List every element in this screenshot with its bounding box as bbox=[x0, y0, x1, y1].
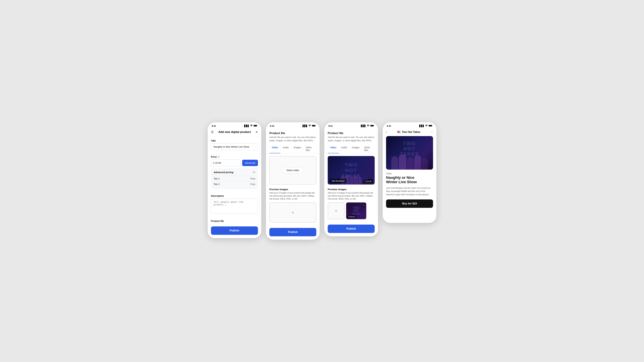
image-upload-area-2[interactable]: + bbox=[269, 202, 316, 223]
signal-icon: ▋▋▋ bbox=[244, 125, 249, 127]
battery-icon-2 bbox=[312, 125, 316, 127]
tab-other-2[interactable]: Other files bbox=[304, 144, 316, 153]
svg-rect-10 bbox=[432, 125, 432, 126]
title-input[interactable] bbox=[211, 143, 258, 150]
product-file-title-2: Product file bbox=[266, 129, 320, 136]
tabs-row-2: Video Audio Images Other files bbox=[266, 144, 320, 153]
preview-images-title-3: Preview images bbox=[324, 187, 378, 191]
publish-button-3[interactable]: Publish bbox=[328, 225, 375, 233]
tier-1-price: Free bbox=[250, 177, 255, 180]
tab-other-3[interactable]: Other files bbox=[362, 144, 375, 153]
screen-product-preview: 9:41 ▋▋▋ ‹ 🇺🇸 Two Hot Takes ··· bbox=[383, 122, 436, 223]
status-bar-1: 9:41 ▋▋▋ bbox=[208, 122, 261, 129]
back-icon[interactable]: ‹ bbox=[386, 130, 387, 134]
time-4: 9:41 bbox=[387, 125, 391, 127]
publish-button-2[interactable]: Publish bbox=[269, 228, 316, 236]
tier-1-name: Tier 1 bbox=[214, 177, 220, 180]
duration-badge: 1:33:23 bbox=[364, 180, 373, 183]
person-3 bbox=[407, 157, 414, 170]
product-file-title-3: Product file bbox=[324, 129, 378, 136]
preview-images-title-2: Preview images bbox=[266, 187, 320, 191]
person-1 bbox=[392, 156, 398, 170]
hero-tht-text: TWO HOT TAKES bbox=[386, 141, 433, 157]
tab-video-2[interactable]: Video bbox=[269, 144, 280, 153]
product-type-label: Video bbox=[383, 172, 436, 175]
publish-button-1[interactable]: Publish bbox=[211, 226, 258, 235]
tabs-row-3: Video Audio Images Other files bbox=[324, 144, 378, 153]
more-icon[interactable]: ··· bbox=[430, 130, 433, 134]
svg-rect-5 bbox=[312, 125, 315, 126]
time-2: 9:41 bbox=[270, 125, 274, 127]
preview-add-area[interactable]: + bbox=[328, 202, 344, 219]
status-icons-2: ▋▋▋ bbox=[302, 125, 316, 127]
tab-video-3[interactable]: Video bbox=[328, 144, 339, 153]
tab-images-3[interactable]: Images bbox=[350, 144, 362, 153]
signal-icon-2: ▋▋▋ bbox=[302, 125, 308, 127]
tier-row-1: Tier 1 Free bbox=[214, 176, 255, 181]
screen1-header: ☰ Add new digital product ✕ bbox=[208, 129, 261, 136]
channel-name-text: Two Hot Takes bbox=[402, 131, 420, 134]
person-2 bbox=[399, 155, 406, 170]
status-icons-1: ▋▋▋ bbox=[244, 125, 257, 127]
price-info-icon: i bbox=[218, 156, 220, 158]
thumb-delete-btn[interactable]: ✕ bbox=[362, 203, 365, 207]
price-input-wrap: $ bbox=[211, 160, 241, 166]
time-1: 9:41 bbox=[212, 125, 216, 127]
edit-thumbnail-btn[interactable]: Edit thumbnail bbox=[330, 179, 346, 183]
price-row: $ Advanced bbox=[211, 160, 258, 166]
add-product-title: Add new digital product bbox=[218, 130, 251, 134]
product-desc: Join host Morgan and her team of co-host… bbox=[383, 186, 436, 200]
preview-images-desc-2: Add up to 5 images of your product that … bbox=[266, 191, 320, 202]
tier-2-price: Free bbox=[250, 183, 255, 186]
svg-rect-1 bbox=[257, 125, 257, 126]
select-video-btn[interactable]: Select video bbox=[282, 167, 303, 173]
tab-audio-3[interactable]: Audio bbox=[339, 144, 350, 153]
description-section: Description bbox=[208, 192, 261, 214]
close-icon[interactable]: ✕ bbox=[256, 130, 258, 134]
svg-rect-2 bbox=[254, 125, 256, 126]
advanced-pricing-header: Advanced pricing ✏ bbox=[214, 171, 255, 174]
status-bar-4: 9:41 ▋▋▋ bbox=[383, 122, 436, 129]
edit-icon[interactable]: ✏ bbox=[253, 171, 255, 174]
advanced-pricing-card: Advanced pricing ✏ Tier 1 Free Tier 2 Fr… bbox=[211, 168, 258, 189]
product-title-large: Naughty or NiceWinter Live Show bbox=[383, 175, 436, 186]
video-thumbnail-area: TWO HOT TAKES Edit thumbnail bbox=[328, 156, 375, 185]
product-file-section: Product file bbox=[208, 217, 261, 222]
wifi-icon-4 bbox=[425, 125, 428, 127]
svg-rect-4 bbox=[315, 125, 316, 126]
screen4-header: ‹ 🇺🇸 Two Hot Takes ··· bbox=[383, 129, 436, 136]
signal-icon-4: ▋▋▋ bbox=[419, 125, 424, 127]
battery-icon-4 bbox=[429, 125, 432, 127]
video-upload-area[interactable]: Select video bbox=[269, 156, 316, 185]
title-section: Title bbox=[208, 136, 261, 150]
screen-add-product: 9:41 ▋▋▋ ☰ Add new digital product ✕ Tit… bbox=[208, 122, 261, 238]
channel-name-header: 🇺🇸 Two Hot Takes bbox=[397, 130, 420, 134]
buy-button[interactable]: Buy for $10 bbox=[386, 199, 433, 208]
person-5 bbox=[422, 158, 428, 170]
screen1-content: Title Price i $ Advanced Advan bbox=[208, 136, 261, 238]
wifi-icon-2 bbox=[308, 125, 311, 127]
screen-product-file-filled: 9:41 ▋▋▋ Product file Add the file you w… bbox=[324, 122, 378, 236]
people-group bbox=[392, 155, 428, 170]
description-input[interactable] bbox=[211, 199, 258, 214]
signal-icon-3: ▋▋▋ bbox=[361, 125, 366, 127]
featured-badge: Featured bbox=[347, 215, 356, 218]
advanced-button[interactable]: Advanced bbox=[242, 160, 258, 166]
description-label: Description bbox=[211, 195, 258, 197]
screen-product-file-empty: 9:41 ▋▋▋ Product file Add the file you w… bbox=[266, 122, 320, 240]
status-bar-2: 9:41 ▋▋▋ bbox=[266, 122, 320, 129]
hamburger-icon[interactable]: ☰ bbox=[211, 130, 214, 134]
status-icons-4: ▋▋▋ bbox=[419, 125, 432, 127]
time-3: 9:41 bbox=[328, 125, 333, 127]
battery-icon bbox=[254, 125, 257, 127]
advanced-pricing-title: Advanced pricing bbox=[214, 171, 233, 174]
hero-video-area: TWO HOT TAKES bbox=[386, 136, 433, 170]
svg-rect-8 bbox=[370, 125, 373, 126]
screen3-content: Product file Add the file you want to se… bbox=[324, 129, 378, 236]
wifi-icon bbox=[250, 125, 253, 127]
tab-audio-2[interactable]: Audio bbox=[280, 144, 291, 153]
tab-images-2[interactable]: Images bbox=[291, 144, 304, 153]
price-input[interactable] bbox=[215, 160, 228, 166]
status-bar-3: 9:41 ▋▋▋ bbox=[324, 122, 378, 129]
product-file-desc-2: Add the file you want to sell. You can s… bbox=[266, 136, 320, 144]
